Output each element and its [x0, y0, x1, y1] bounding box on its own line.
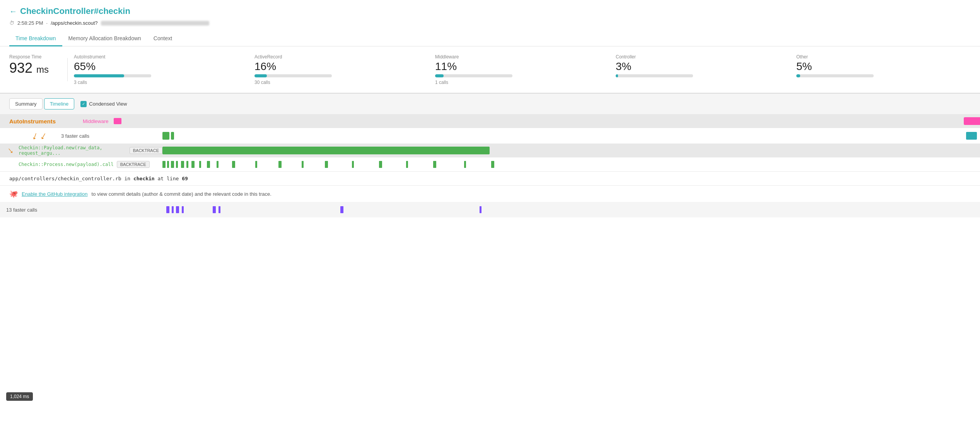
pb16	[352, 161, 354, 168]
code-line: 69	[182, 176, 188, 181]
payload-bar-area	[162, 145, 980, 156]
pb18	[406, 161, 408, 168]
pb11	[232, 161, 235, 168]
timeline-row-faster-calls: ↓ ↓ 3 faster calls	[0, 128, 980, 144]
backtrace-button-2[interactable]: BACKTRACE	[117, 161, 150, 168]
faster-calls-bottom-row: 13 faster calls	[0, 202, 980, 217]
middleware-color-block	[114, 118, 121, 124]
metric-activerecord-calls: 30 calls	[254, 80, 423, 85]
condensed-label: Condensed View	[89, 101, 127, 107]
pb3	[171, 161, 174, 168]
metric-activerecord-pct: 16%	[254, 61, 423, 72]
metric-middleware: Middleware 11% 1 calls	[429, 54, 610, 85]
pb5	[181, 161, 184, 168]
ppb2	[172, 206, 174, 213]
github-link[interactable]: Enable the GitHub integration	[22, 191, 88, 197]
ppb4	[182, 206, 184, 213]
tab-time-breakdown[interactable]: Time Breakdown	[9, 31, 62, 46]
view-tabs-section: Summary Timeline ✓ Condensed View	[0, 93, 980, 114]
arrow-down-1: ↓	[31, 129, 40, 143]
pb10	[217, 161, 219, 168]
metric-autoinstrument-bar	[74, 74, 151, 77]
response-time-label: Response Time	[9, 54, 67, 60]
metric-middleware-calls: 1 calls	[435, 80, 603, 85]
process-code-label: Checkin::Process.new(payload).call	[19, 162, 114, 167]
ppb7	[340, 206, 343, 213]
separator: ·	[46, 20, 48, 26]
tab-context[interactable]: Context	[147, 31, 178, 46]
timeline-label-middleware: AutoInstruments Middleware	[0, 118, 162, 125]
metric-controller-bar	[616, 74, 693, 77]
pb6	[186, 161, 188, 168]
metric-other: Other 5%	[790, 54, 971, 85]
backtrace-button-1[interactable]: BACKTRACE	[130, 147, 162, 154]
faster-calls-bottom-label: 13 faster calls	[6, 207, 37, 213]
timeline-label-process: Checkin::Process.new(payload).call BACKT…	[0, 161, 162, 168]
arrow-right: →	[4, 144, 18, 157]
metric-controller-fill	[616, 74, 618, 77]
green-small-2	[171, 132, 174, 140]
metric-middleware-label: Middleware	[435, 54, 603, 60]
ppb1	[166, 206, 169, 213]
url-prefix: /apps/checkin.scout?	[51, 20, 97, 26]
metric-activerecord-label: ActiveRecord	[254, 54, 423, 60]
github-octocat-icon: 🐙	[9, 190, 18, 198]
middleware-bar-right	[964, 117, 980, 125]
pb21	[491, 161, 494, 168]
pb7	[191, 161, 195, 168]
page-title: CheckinController#checkin	[20, 6, 130, 16]
tab-memory-allocation[interactable]: Memory Allocation Breakdown	[62, 31, 147, 46]
condensed-checkbox[interactable]: ✓	[80, 101, 87, 107]
metric-middleware-pct: 11%	[435, 61, 603, 72]
code-file-path: app/controllers/checkin_controller.rb	[9, 176, 121, 181]
timeline-tab[interactable]: Timeline	[44, 98, 75, 109]
metric-activerecord-fill	[254, 74, 267, 77]
timeline-row-process: Checkin::Process.new(payload).call BACKT…	[0, 157, 980, 171]
code-file-row: app/controllers/checkin_controller.rb in…	[0, 171, 980, 185]
github-text: to view commit details (author & commit …	[92, 191, 271, 197]
timeline-container: AutoInstruments Middleware ↓ ↓ 3 faster …	[0, 114, 980, 217]
pb14	[302, 161, 304, 168]
ppb3	[176, 206, 179, 213]
autoinstruments-label: AutoInstruments	[9, 118, 56, 125]
payload-green-bar	[162, 147, 490, 154]
pb9	[207, 161, 210, 168]
github-row: 🐙 Enable the GitHub integration to view …	[0, 185, 980, 202]
metric-controller-label: Controller	[616, 54, 784, 60]
ppb8	[480, 206, 481, 213]
metric-autoinstrument-calls: 3 calls	[74, 80, 242, 85]
pb4	[176, 161, 178, 168]
metric-autoinstrument: AutoInstrument 65% 3 calls	[68, 54, 248, 85]
back-arrow[interactable]: ←	[9, 7, 17, 16]
metrics-breakdown: AutoInstrument 65% 3 calls ActiveRecord …	[68, 54, 971, 85]
tabs-bar: Time Breakdown Memory Allocation Breakdo…	[0, 31, 980, 46]
timeline-row-middleware: AutoInstruments Middleware	[0, 114, 980, 128]
summary-tab[interactable]: Summary	[9, 98, 43, 109]
pb13	[278, 161, 282, 168]
timestamp: 2:58:25 PM	[17, 20, 43, 26]
code-method: checkin	[133, 176, 155, 181]
pb15	[325, 161, 328, 168]
page-container: ← CheckinController#checkin ⏱ 2:58:25 PM…	[0, 0, 980, 424]
metric-controller: Controller 3%	[610, 54, 790, 85]
faster-calls-label: 3 faster calls	[61, 133, 89, 139]
metrics-section: Response Time 932 ms AutoInstrument 65% …	[0, 46, 980, 93]
metric-other-fill	[796, 74, 800, 77]
pb2	[167, 161, 169, 168]
pb8	[199, 161, 201, 168]
condensed-view-toggle[interactable]: ✓ Condensed View	[80, 101, 127, 107]
clock-icon: ⏱	[9, 20, 14, 26]
pb1	[162, 161, 166, 168]
url-blurred	[101, 21, 209, 26]
faster-calls-bar-area	[162, 130, 980, 141]
metric-activerecord: ActiveRecord 16% 30 calls	[248, 54, 429, 85]
code-at: at line	[158, 176, 182, 181]
metric-other-pct: 5%	[796, 61, 965, 72]
metric-activerecord-bar	[254, 74, 332, 77]
metric-middleware-fill	[435, 74, 444, 77]
response-time-metric: Response Time 932 ms	[9, 54, 67, 78]
payload-code-label: Checkin::Payload.new(raw_data, request_a…	[19, 145, 126, 156]
tooltip-badge: 1,024 ms	[6, 392, 33, 401]
pb12	[255, 161, 257, 168]
header-section: ← CheckinController#checkin ⏱ 2:58:25 PM…	[0, 0, 980, 26]
